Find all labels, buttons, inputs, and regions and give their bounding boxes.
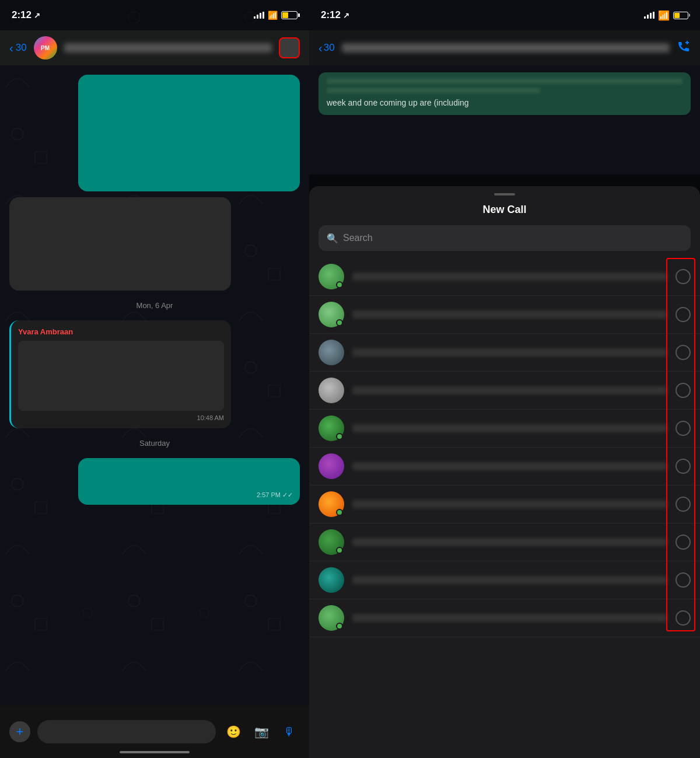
contact-item[interactable] (309, 296, 700, 334)
back-label: 30 (16, 42, 27, 54)
message-bubble-dark (9, 197, 231, 291)
battery-fill (282, 12, 288, 18)
sender-name: Yvara Ambraan (18, 327, 224, 336)
date-text: Mon, 6 Apr (136, 301, 173, 310)
select-circle[interactable] (676, 269, 691, 284)
left-status-bar: 2:12 ↗ 📶 (0, 0, 309, 30)
select-circle[interactable] (676, 459, 691, 474)
contact-avatar (318, 264, 344, 289)
contact-name (352, 614, 667, 622)
messages-area: Mon, 6 Apr Yvara Ambraan 10:48 AM Saturd… (0, 65, 309, 514)
contact-avatar (318, 567, 344, 593)
left-status-icons: 📶 (254, 11, 298, 20)
contact-avatar (318, 302, 344, 327)
contact-avatar (318, 491, 344, 517)
select-circle[interactable] (676, 572, 691, 588)
emoji-button[interactable]: 🙂 (223, 721, 244, 742)
select-circle[interactable] (676, 345, 691, 360)
contact-name (352, 538, 667, 546)
contact-name (352, 462, 667, 470)
contact-item[interactable] (309, 523, 700, 561)
select-circle[interactable] (676, 383, 691, 398)
signal-bars-icon (254, 12, 264, 19)
online-indicator (336, 547, 343, 554)
left-panel: 2:12 ↗ 📶 ‹ 30 PM (0, 0, 309, 758)
plus-icon: + (16, 724, 24, 739)
battery-icon (281, 11, 298, 19)
date-separator-sat: Saturday (9, 434, 300, 452)
select-circle[interactable] (676, 307, 691, 322)
select-circle[interactable] (676, 535, 691, 550)
select-circle[interactable] (676, 497, 691, 512)
bar3 (260, 13, 261, 19)
contact-name (352, 500, 667, 508)
online-indicator (336, 319, 343, 326)
new-call-modal: New Call 🔍 Search (309, 186, 700, 758)
mic-button[interactable]: 🎙 (279, 721, 300, 742)
left-time: 2:12 ↗ (12, 9, 40, 21)
left-input-bar: + 🙂 📷 🎙 (0, 705, 309, 758)
bar4 (262, 12, 264, 19)
back-button[interactable]: ‹ 30 (9, 41, 27, 55)
contact-avatar (318, 415, 344, 441)
contact-item[interactable] (309, 485, 700, 523)
contact-item[interactable] (309, 448, 700, 485)
mic-icon: 🎙 (284, 725, 295, 739)
contact-item[interactable] (309, 599, 700, 637)
contact-avatar (318, 378, 344, 403)
online-indicator (336, 623, 343, 630)
contact-list (309, 258, 700, 637)
contact-item[interactable] (309, 561, 700, 599)
right-panel: 2:12 ↗ 📶 ‹ 30 (309, 0, 700, 758)
message-bubble-teal (78, 75, 300, 191)
message-input[interactable] (37, 720, 216, 743)
message-bubble-outgoing: 2:57 PM ✓✓ (78, 458, 300, 505)
bubble-content (18, 341, 224, 411)
search-icon: 🔍 (327, 233, 338, 244)
video-call-button[interactable] (279, 37, 300, 58)
contact-item[interactable] (309, 258, 700, 296)
modal-title: New Call (309, 195, 700, 225)
online-indicator (336, 433, 343, 440)
home-indicator (120, 751, 190, 753)
date-separator-mon: Mon, 6 Apr (9, 296, 300, 315)
bar1 (254, 16, 256, 19)
camera-button[interactable]: 📷 (251, 721, 272, 742)
online-indicator (336, 281, 343, 288)
contact-name (352, 273, 667, 281)
search-placeholder: Search (343, 233, 373, 243)
contact-name (352, 424, 667, 432)
contact-item[interactable] (309, 334, 700, 372)
time-text: 2:12 (12, 9, 32, 21)
camera-icon: 📷 (254, 725, 269, 739)
attach-button[interactable]: + (9, 721, 30, 742)
message-bubble-named: Yvara Ambraan 10:48 AM (9, 320, 231, 428)
online-indicator (336, 509, 343, 516)
contact-name (352, 310, 667, 319)
contact-avatar (318, 529, 344, 555)
message-timestamp: 2:57 PM ✓✓ (257, 491, 293, 499)
select-circle[interactable] (676, 421, 691, 436)
search-bar[interactable]: 🔍 Search (318, 225, 691, 251)
location-icon: ↗ (34, 11, 40, 20)
bar2 (257, 15, 258, 19)
contact-item[interactable] (309, 410, 700, 448)
contact-avatar (318, 340, 344, 365)
contact-name (352, 348, 667, 357)
contact-name (352, 386, 667, 394)
contact-item[interactable] (309, 372, 700, 410)
contact-avatar (318, 605, 344, 631)
contact-name (352, 576, 667, 584)
modal-overlay: New Call 🔍 Search (309, 0, 700, 758)
message-time: 10:48 AM (18, 414, 224, 421)
wifi-icon: 📶 (268, 11, 278, 20)
contact-avatar (318, 453, 344, 479)
contact-name (64, 43, 272, 53)
contact-avatar: PM (34, 36, 57, 60)
saturday-text: Saturday (139, 439, 170, 448)
left-header: ‹ 30 PM (0, 30, 309, 65)
emoji-icon: 🙂 (226, 725, 241, 739)
select-circle[interactable] (676, 610, 691, 626)
